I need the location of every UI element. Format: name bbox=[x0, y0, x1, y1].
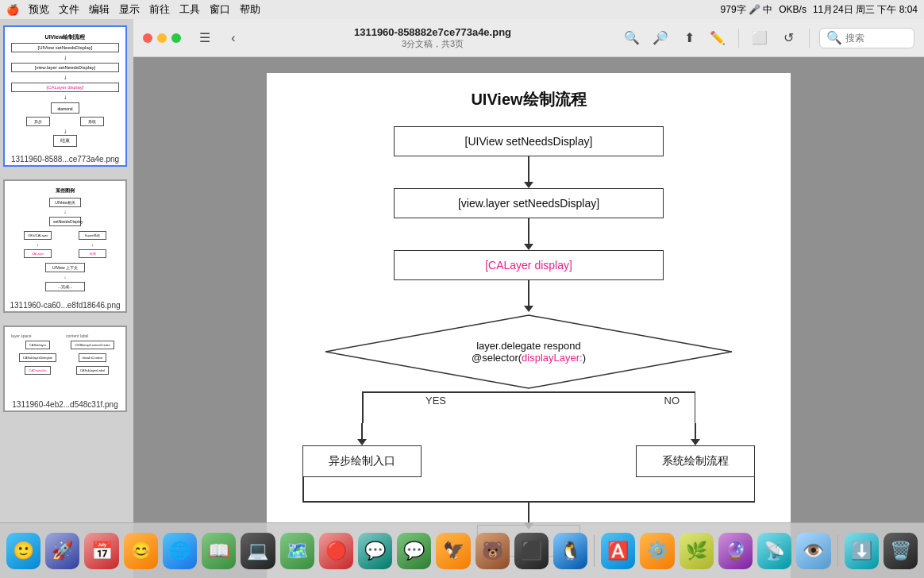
search-icon: 🔍 bbox=[826, 30, 842, 45]
left-arrow-line bbox=[361, 423, 363, 439]
diagram-title: UIView绘制流程 bbox=[471, 89, 586, 110]
sidebar-thumb-1[interactable]: UIView绘制流程 [UIView setNeedsDisplay] ↓ [v… bbox=[3, 25, 127, 167]
pencil-button[interactable]: ✏️ bbox=[706, 27, 729, 49]
toolbar-separator-2 bbox=[809, 29, 810, 48]
menubar-right: 979字 🎤 中 OKB/s 11月24日 周三 下午 8:04 bbox=[721, 3, 918, 17]
yes-label: YES bbox=[425, 395, 446, 407]
dock-separator-1 bbox=[594, 535, 595, 567]
thumb-3-preview: layer space content label CASublayer CAS… bbox=[5, 327, 125, 399]
menu-view[interactable]: 显示 bbox=[119, 2, 140, 17]
diagram-canvas: UIView绘制流程 [UIView setNeedsDisplay] [vie… bbox=[133, 57, 924, 578]
menubar-datetime: 11月24日 周三 下午 8:04 bbox=[813, 3, 918, 17]
toolbar-meta: 3分文稿，共3页 bbox=[402, 38, 464, 50]
arrow-2-head bbox=[524, 244, 533, 250]
dock-settings[interactable]: ⚙️ bbox=[640, 533, 674, 569]
dock-face[interactable]: 😊 bbox=[124, 533, 158, 569]
thumb-2-label: 1311960-ca60...e8fd18646.png bbox=[5, 299, 125, 311]
right-branch: 系统绘制流程 bbox=[632, 423, 759, 477]
menubar-left: 🍎 预览 文件 编辑 显示 前往 工具 窗口 帮助 bbox=[6, 2, 260, 17]
arrow-1 bbox=[524, 156, 533, 188]
branch-lines: YES NO bbox=[298, 391, 759, 423]
node-system: 系统绘制流程 bbox=[636, 445, 755, 477]
dock-calendar[interactable]: 📅 bbox=[84, 533, 118, 569]
fullscreen-button[interactable] bbox=[171, 33, 181, 43]
menu-file[interactable]: 文件 bbox=[59, 2, 79, 17]
diagram-paper: UIView绘制流程 [UIView setNeedsDisplay] [vie… bbox=[267, 73, 791, 578]
nav-back-button[interactable]: ‹ bbox=[222, 27, 244, 49]
arrow-3-head bbox=[524, 306, 533, 312]
dock-mindnode[interactable]: 🗺️ bbox=[280, 533, 314, 569]
dock-appstore[interactable]: 🅰️ bbox=[601, 533, 635, 569]
dock-launchpad[interactable]: 🚀 bbox=[45, 533, 79, 569]
dock-app2[interactable]: 🔮 bbox=[718, 533, 753, 569]
dock-terminal[interactable]: ⬛ bbox=[514, 533, 549, 569]
dock-qq[interactable]: 🐧 bbox=[553, 533, 587, 569]
dock-trash[interactable]: 🗑️ bbox=[884, 533, 918, 569]
right-arrow-line bbox=[695, 423, 696, 439]
arrow-2-line bbox=[528, 218, 529, 244]
arrow-3-line bbox=[528, 280, 529, 306]
right-arrow-head bbox=[691, 439, 700, 445]
menu-help[interactable]: 帮助 bbox=[240, 2, 260, 17]
thumb-1-preview: UIView绘制流程 [UIView setNeedsDisplay] ↓ [v… bbox=[5, 27, 125, 153]
dock-terminal2[interactable]: 💻 bbox=[241, 533, 275, 569]
left-branch: 异步绘制入口 bbox=[298, 423, 425, 477]
share-button[interactable]: ⬆ bbox=[678, 27, 700, 49]
left-arrow-head bbox=[357, 439, 367, 445]
branch-right-horiz bbox=[529, 391, 695, 393]
node-calayer-display: [CALayer display] bbox=[394, 250, 664, 280]
sidebar-toggle-button[interactable]: ☰ bbox=[194, 27, 216, 49]
menubar-wordcount: 979字 🎤 中 bbox=[721, 3, 773, 17]
minimize-button[interactable] bbox=[157, 33, 167, 43]
menu-go[interactable]: 前往 bbox=[149, 2, 170, 17]
diamond-row: layer.delegate respond @selector(display… bbox=[298, 312, 759, 391]
sidebar-thumb-3[interactable]: layer space content label CASublayer CAS… bbox=[3, 326, 127, 412]
no-label: NO bbox=[664, 395, 680, 407]
thumb-2-preview: 某些图例 UIView相关 ↓ setNeedsDisplay UIKit/CA… bbox=[5, 181, 125, 299]
search-box[interactable]: 🔍 bbox=[819, 28, 914, 48]
diamond-line1: layer.delegate respond bbox=[472, 340, 586, 352]
dock-chrome[interactable]: 🌐 bbox=[163, 533, 197, 569]
rotate-button[interactable]: ↺ bbox=[777, 27, 799, 49]
menu-preview[interactable]: 预览 bbox=[29, 2, 49, 17]
menubar: 🍎 预览 文件 编辑 显示 前往 工具 窗口 帮助 979字 🎤 中 OKB/s… bbox=[0, 0, 924, 19]
arrow-1-line bbox=[528, 156, 529, 182]
diamond-text: layer.delegate respond @selector(display… bbox=[472, 340, 586, 364]
dock-env[interactable]: 🌿 bbox=[680, 533, 714, 569]
search-input[interactable] bbox=[845, 33, 909, 44]
dock-youdao[interactable]: 📖 bbox=[202, 533, 236, 569]
node-uiview-setneeds: [UIView setNeedsDisplay] bbox=[394, 126, 664, 156]
dock-bear[interactable]: 🐻 bbox=[475, 533, 510, 569]
arrow-1-head bbox=[524, 182, 533, 188]
dock-chat[interactable]: 💬 bbox=[358, 533, 392, 569]
merge-area bbox=[298, 477, 759, 525]
close-button[interactable] bbox=[143, 33, 152, 43]
dock-airdrop[interactable]: 📡 bbox=[757, 533, 791, 569]
crop-button[interactable]: ⬜ bbox=[749, 27, 771, 49]
dock-wechat[interactable]: 💬 bbox=[397, 533, 431, 569]
apple-icon[interactable]: 🍎 bbox=[6, 4, 19, 16]
dock-preview[interactable]: 👁️ bbox=[796, 533, 830, 569]
dock-red[interactable]: 🔴 bbox=[319, 533, 353, 569]
branch-left-vert bbox=[362, 391, 364, 423]
thumb-3-label: 1311960-4eb2...d548c31f.png bbox=[5, 399, 125, 410]
menu-window[interactable]: 窗口 bbox=[210, 2, 230, 17]
dock-finder[interactable]: 🙂 bbox=[6, 533, 40, 569]
menu-edit[interactable]: 编辑 bbox=[89, 2, 110, 17]
sidebar-thumb-2[interactable]: 某些图例 UIView相关 ↓ setNeedsDisplay UIKit/CA… bbox=[3, 179, 127, 313]
zoom-out-button[interactable]: 🔍 bbox=[621, 27, 643, 49]
branch-boxes-row: 异步绘制入口 系统绘制流程 bbox=[298, 423, 759, 477]
node-async: 异步绘制入口 bbox=[302, 445, 422, 477]
diamond-line2: @selector(displayLayer:) bbox=[472, 352, 586, 364]
node-layer-setneeds: [view.layer setNeedsDisplay] bbox=[394, 188, 664, 218]
arrow-3 bbox=[524, 280, 533, 312]
main-area: ☰ ‹ 1311960-858882e7ce773a4e.png 3分文稿，共3… bbox=[133, 19, 924, 578]
thumb-1-label: 1311960-8588...ce773a4e.png bbox=[5, 153, 125, 165]
branch-left-horiz bbox=[362, 391, 529, 393]
menu-tools[interactable]: 工具 bbox=[179, 2, 200, 17]
zoom-in-button[interactable]: 🔎 bbox=[649, 27, 672, 49]
dock-download[interactable]: ⬇️ bbox=[845, 533, 879, 569]
menubar-battery: OKB/s bbox=[779, 4, 807, 15]
dock-swift[interactable]: 🦅 bbox=[436, 533, 470, 569]
traffic-lights bbox=[143, 33, 181, 43]
